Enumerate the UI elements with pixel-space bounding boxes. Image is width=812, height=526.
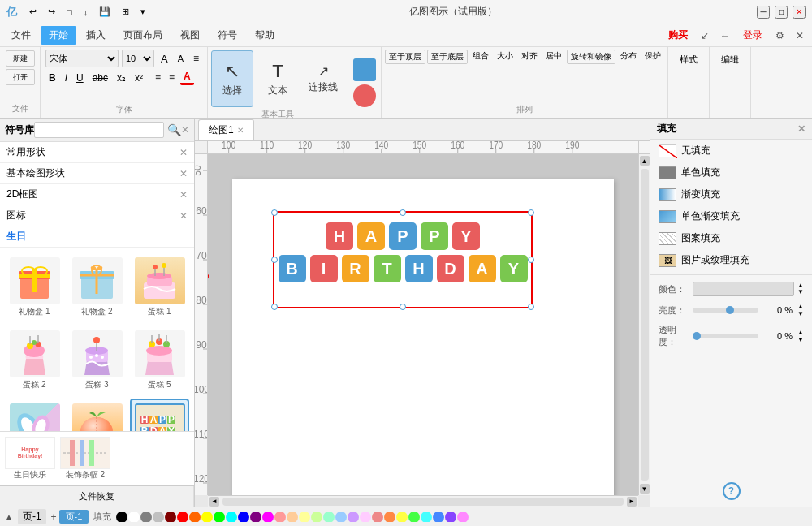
font-color-btn[interactable]: A xyxy=(180,70,194,85)
category-birthday[interactable]: 生日 xyxy=(0,226,194,248)
close-fill-panel-icon[interactable]: ✕ xyxy=(797,123,806,135)
preview-deco2[interactable]: 装饰条幅 2 xyxy=(60,437,110,481)
canvas-viewport[interactable]: H A P P Y B I R xyxy=(208,154,638,495)
to-bottom-btn[interactable]: 至于底层 xyxy=(427,50,468,64)
fill-option-none[interactable]: 无填充 xyxy=(650,140,812,162)
color-dot[interactable] xyxy=(445,512,456,522)
category-2d[interactable]: 2D框图 ✕ xyxy=(0,184,194,205)
category-common[interactable]: 常用形状 ✕ xyxy=(0,142,194,163)
superscript-btn[interactable]: x² xyxy=(132,71,146,84)
color-swatch[interactable] xyxy=(693,282,794,296)
settings-btn[interactable]: ⚙ xyxy=(771,28,789,44)
group-btn[interactable]: 组合 xyxy=(469,50,492,64)
symbol-cake2[interactable]: 蛋糕 2 xyxy=(5,326,64,395)
symbol-gift1[interactable]: 礼物盒 1 xyxy=(5,252,64,322)
connector-tool-btn[interactable]: ↗ 连接线 xyxy=(302,50,344,107)
underline-btn[interactable]: U xyxy=(73,71,87,84)
list-btn[interactable]: ≡ xyxy=(152,71,164,84)
menu-view[interactable]: 视图 xyxy=(172,26,208,45)
color-dot[interactable] xyxy=(128,512,140,522)
color-dot[interactable] xyxy=(384,512,395,522)
brightness-up-btn[interactable]: ▲ xyxy=(797,303,804,310)
edit-tab[interactable]: 编辑 xyxy=(716,50,744,69)
scroll-down-btn[interactable]: ▼ xyxy=(640,484,650,494)
category-basic-close[interactable]: ✕ xyxy=(179,168,188,179)
bold-btn[interactable]: B xyxy=(45,71,59,84)
color-dot[interactable] xyxy=(408,512,420,522)
more-btn[interactable]: ▾ xyxy=(136,6,149,18)
vertical-scrollbar[interactable]: ▲ ▼ xyxy=(638,154,650,495)
category-common-close[interactable]: ✕ xyxy=(179,147,188,158)
color-dot[interactable] xyxy=(226,512,237,522)
scroll-thumb-v[interactable] xyxy=(641,169,649,481)
rotate-btn[interactable]: 旋转和镜像 xyxy=(567,50,615,64)
canvas-tab-1[interactable]: 绘图1 ✕ xyxy=(198,119,254,140)
menu-symbol[interactable]: 符号 xyxy=(209,26,245,45)
symbol-peach[interactable]: 寿桃 xyxy=(67,399,127,431)
color-dot[interactable] xyxy=(201,512,213,522)
transparency-slider[interactable] xyxy=(693,334,758,338)
horizontal-scrollbar[interactable]: ◄ ► xyxy=(208,495,638,507)
menu-start[interactable]: 开始 xyxy=(41,26,76,45)
open-file-btn[interactable]: 打开 xyxy=(6,69,35,85)
fill-option-solid[interactable]: 单色填充 xyxy=(650,162,812,183)
color-dot[interactable] xyxy=(396,512,408,522)
color-dot[interactable] xyxy=(433,512,444,522)
rect-shape-btn[interactable] xyxy=(353,58,376,81)
scroll-thumb-h[interactable] xyxy=(222,498,624,506)
size-btn[interactable]: 大小 xyxy=(494,50,516,64)
protect-btn[interactable]: 保护 xyxy=(641,50,664,64)
maximize-btn[interactable]: □ xyxy=(775,6,788,19)
print-btn[interactable]: ⊞ xyxy=(118,6,133,18)
symbol-cake3[interactable]: 蛋糕 3 xyxy=(67,326,127,395)
page-link[interactable]: 页-1 xyxy=(59,510,89,524)
resize-handle-br[interactable] xyxy=(528,304,534,310)
brightness-thumb[interactable] xyxy=(726,306,734,314)
brightness-slider[interactable] xyxy=(693,308,758,313)
login-btn[interactable]: 登录 xyxy=(736,26,769,45)
color-dot[interactable] xyxy=(250,512,261,522)
align-arrange-btn[interactable]: 对齐 xyxy=(518,50,541,64)
distribute-btn[interactable]: 分布 xyxy=(617,50,640,64)
subscript-btn[interactable]: x₂ xyxy=(114,71,129,84)
color-dot[interactable] xyxy=(140,512,152,522)
color-dot[interactable] xyxy=(153,512,164,522)
color-dot[interactable] xyxy=(335,512,347,522)
transparency-down-btn[interactable]: ▼ xyxy=(797,336,804,343)
preview-happy[interactable]: HappyBirthday! 生日快乐 xyxy=(5,437,55,481)
style-tab[interactable]: 样式 xyxy=(675,50,702,69)
bottom-tab-file[interactable]: 文件恢复 xyxy=(0,486,194,507)
to-top-btn[interactable]: 至于顶层 xyxy=(385,50,425,64)
scroll-left-btn[interactable]: ◄ xyxy=(209,497,219,507)
birthday-element[interactable]: H A P P Y B I R xyxy=(273,211,533,308)
resize-handle-bl[interactable] xyxy=(271,304,278,310)
color-dot[interactable] xyxy=(274,512,286,522)
fill-option-gradient[interactable]: 渐变填充 xyxy=(650,183,812,205)
resize-handle-bc[interactable] xyxy=(400,304,406,310)
italic-btn[interactable]: I xyxy=(62,71,71,84)
buy-link[interactable]: 购买 xyxy=(662,26,694,45)
color-dot[interactable] xyxy=(214,512,225,522)
circle-shape-btn[interactable] xyxy=(353,84,376,107)
resize-handle-mr[interactable] xyxy=(528,257,534,263)
color-dot[interactable] xyxy=(177,512,188,522)
menu-file[interactable]: 文件 xyxy=(3,26,39,45)
fill-option-pattern[interactable]: 图案填充 xyxy=(650,227,812,249)
color-dot[interactable] xyxy=(348,512,359,522)
fill-option-solid-gradient[interactable]: 单色渐变填充 xyxy=(650,205,812,227)
color-dot[interactable] xyxy=(262,512,274,522)
color-dot[interactable] xyxy=(372,512,383,522)
minimize-btn[interactable]: ─ xyxy=(757,6,770,19)
category-basic[interactable]: 基本绘图形状 ✕ xyxy=(0,163,194,184)
color-dot[interactable] xyxy=(360,512,371,522)
scroll-right-btn[interactable]: ► xyxy=(627,497,637,507)
redo-btn[interactable]: ↪ xyxy=(44,6,59,18)
canvas-tab-close[interactable]: ✕ xyxy=(237,126,244,135)
close-btn[interactable]: ✕ xyxy=(793,6,806,19)
close-symbol-panel-icon[interactable]: ✕ xyxy=(181,124,189,136)
page-nav-left[interactable]: ▲ xyxy=(5,512,13,521)
resize-handle-tl[interactable] xyxy=(271,209,278,216)
font-increase-btn[interactable]: A xyxy=(158,52,171,66)
save-btn[interactable]: 💾 xyxy=(95,6,114,18)
color-down-btn[interactable]: ▼ xyxy=(797,289,804,295)
